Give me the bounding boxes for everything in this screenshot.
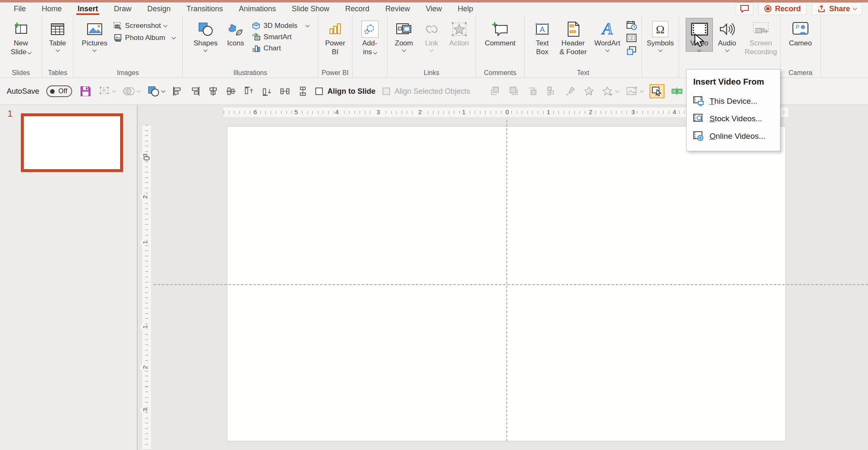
hruler-num: 6 (252, 108, 258, 115)
tab-transitions[interactable]: Transitions (179, 2, 231, 15)
selection-pane-button[interactable] (650, 85, 664, 98)
shape-fill-button[interactable] (147, 85, 165, 97)
3d-models-button[interactable]: 3D Models (252, 22, 309, 30)
svg-text:A: A (601, 21, 613, 38)
menu-item-label: Stock Videos... (709, 114, 762, 123)
comment-button[interactable]: Comment (481, 18, 519, 48)
screenshot-icon (113, 22, 122, 30)
align-top-button[interactable] (244, 86, 254, 97)
date-time-button[interactable] (626, 20, 637, 31)
add-animation-button[interactable] (602, 86, 619, 97)
screen-recording-icon (752, 20, 770, 39)
format-painter-button[interactable] (564, 86, 576, 97)
link-button[interactable]: Link (420, 18, 443, 51)
align-selected-objects-checkbox[interactable]: Align Selected Objects (382, 87, 470, 96)
photo-album-button[interactable]: Photo Album (113, 34, 175, 42)
arrange-objects-button[interactable] (546, 86, 557, 97)
merge-shapes-button[interactable] (123, 86, 140, 97)
tab-design[interactable]: Design (139, 2, 179, 15)
screenshot-button[interactable]: Screenshot (113, 22, 175, 30)
comments-pane-button[interactable] (736, 2, 753, 15)
text-box-button[interactable]: A Text Box (529, 18, 555, 56)
save-button[interactable] (79, 85, 92, 98)
distribute-vertical-button[interactable] (297, 86, 308, 97)
icons-label: Icons (227, 39, 244, 48)
audio-button[interactable]: Audio (715, 18, 739, 51)
autosave-toggle[interactable]: Off (46, 85, 72, 97)
record-button-label: Record (775, 5, 801, 13)
action-button[interactable]: Action (445, 18, 473, 48)
animation-button[interactable] (583, 86, 595, 97)
align-left-button[interactable] (172, 86, 183, 97)
cameo-button[interactable]: P Cameo (785, 18, 816, 48)
table-chevron-icon (55, 48, 60, 52)
header-footer-button[interactable]: Header & Footer (558, 18, 589, 56)
symbols-button[interactable]: Ω Symbols (644, 18, 677, 51)
arrange-objects-icon (546, 86, 557, 97)
pictures-button[interactable]: Pictures (81, 18, 109, 51)
change-picture-button[interactable] (626, 86, 643, 97)
power-bi-icon (328, 20, 343, 39)
tab-record[interactable]: Record (337, 2, 377, 15)
tab-slide-show[interactable]: Slide Show (284, 2, 337, 15)
wordart-button[interactable]: A WordArt (591, 18, 624, 51)
tab-file[interactable]: File (6, 2, 34, 15)
send-backward-icon (508, 86, 520, 97)
power-bi-label-2: BI (332, 48, 338, 56)
text-box-icon: A (534, 20, 551, 39)
new-slide-button[interactable]: New Slide (7, 18, 35, 56)
align-bottom-button[interactable] (262, 86, 272, 97)
align-to-slide-checkbox-box (315, 88, 323, 95)
send-backward-button[interactable] (508, 86, 520, 97)
align-right-button[interactable] (190, 86, 201, 97)
titlebar-right-controls: Record Share (736, 2, 862, 15)
add-ins-icon (361, 20, 379, 39)
add-ins-button[interactable]: Add- ins (356, 18, 384, 56)
icons-button[interactable]: Icons (223, 18, 248, 48)
smart-guides-button[interactable] (671, 86, 683, 97)
tab-view[interactable]: View (418, 2, 450, 15)
tab-home[interactable]: Home (34, 2, 70, 15)
tab-animations[interactable]: Animations (231, 2, 284, 15)
smartart-button[interactable]: SmartArt (252, 33, 309, 41)
ribbon-group-images: Pictures Screenshot Photo Album (73, 15, 183, 78)
link-chevron-icon (430, 48, 434, 52)
chart-label: Chart (264, 44, 281, 52)
tab-insert[interactable]: Insert (70, 2, 106, 15)
align-to-slide-checkbox[interactable]: Align to Slide (315, 87, 375, 96)
align-middle-button[interactable] (226, 86, 236, 97)
screenshot-chevron-icon (163, 23, 167, 27)
menu-item-this-device[interactable]: This Device... (687, 92, 780, 110)
tab-draw[interactable]: Draw (106, 2, 139, 15)
screen-recording-button[interactable]: Screen Recording (742, 18, 780, 56)
record-button[interactable]: Record (758, 2, 807, 15)
screen-recording-label-1: Screen (750, 39, 772, 48)
distribute-horizontal-button[interactable] (279, 86, 290, 97)
share-button[interactable]: Share (812, 2, 862, 15)
power-bi-label-1: Power (325, 39, 345, 48)
slide-1-thumbnail[interactable] (21, 113, 123, 172)
zoom-button[interactable]: Zoom (390, 18, 418, 51)
bring-to-front-button[interactable] (527, 86, 538, 97)
horizontal-guide-handle[interactable] (143, 156, 150, 160)
table-icon (50, 20, 65, 39)
menu-item-online-videos[interactable]: Online Videos... (687, 128, 780, 145)
tab-help[interactable]: Help (450, 2, 481, 15)
table-button[interactable]: Table (43, 18, 72, 51)
shapes-button[interactable]: Shapes (191, 18, 220, 51)
bring-forward-button[interactable] (489, 86, 501, 97)
slide-number-button[interactable]: # (626, 33, 637, 43)
tab-review[interactable]: Review (377, 2, 418, 15)
horizontal-guide-line[interactable] (153, 284, 868, 285)
shape-fill-chevron-icon (161, 88, 166, 92)
menu-item-stock-videos[interactable]: Stock Videos... (687, 110, 780, 128)
wordart-icon: A (598, 20, 616, 39)
vertical-guide-line[interactable] (506, 120, 507, 441)
chart-button[interactable]: Chart (252, 44, 309, 52)
stock-videos-icon (693, 114, 704, 124)
lasso-select-button[interactable] (99, 86, 116, 97)
power-bi-button[interactable]: Power BI (321, 18, 350, 56)
wordart-label: WordArt (594, 39, 620, 48)
align-center-button[interactable] (208, 86, 219, 97)
object-button[interactable] (626, 46, 637, 56)
